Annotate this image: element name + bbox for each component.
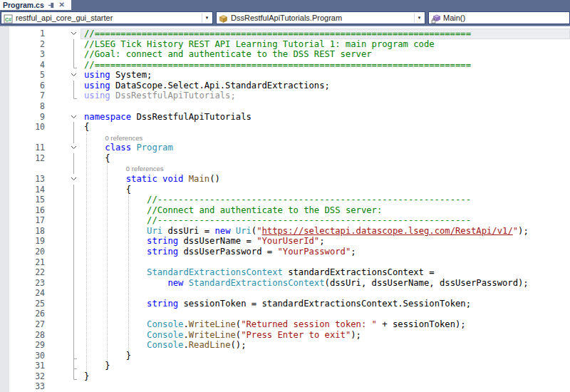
code-line[interactable]: 18 Uri dssUri = new Uri("https://selecta…: [0, 226, 570, 237]
code-line[interactable]: 14 {: [0, 185, 570, 195]
token-pl: ;: [351, 247, 356, 257]
codelens-references[interactable]: 0 references: [105, 133, 142, 143]
code-line[interactable]: 12 {: [0, 153, 570, 164]
token-st: ": [513, 226, 518, 236]
type-dropdown[interactable]: DssRestfulApiTutorials.Program ▼: [216, 11, 425, 24]
code-line[interactable]: 8: [0, 101, 570, 112]
code-line[interactable]: 4//=====================================…: [0, 60, 570, 71]
code-line[interactable]: 21: [0, 257, 570, 268]
token-kw: using: [84, 91, 110, 100]
code-line[interactable]: 10{: [0, 122, 570, 133]
line-number: 17: [9, 215, 45, 226]
fold-chevron-icon[interactable]: [70, 112, 78, 123]
code-line[interactable]: 20 string dssUserPassword = "YourPasswor…: [0, 247, 570, 257]
code-line[interactable]: 9namespace DssRestfulApiTutorials: [0, 112, 570, 123]
line-number: 13: [9, 174, 45, 185]
navigation-bar: C# restful_api_core_gui_starter ▼ DssRes…: [0, 10, 570, 26]
token-com: //Goal: connect and authenticate to the …: [84, 49, 372, 59]
indent-guide: [128, 195, 129, 351]
code-text: Console.WriteLine("Press Enter to exit")…: [84, 330, 361, 341]
code-line[interactable]: 28 Console.WriteLine("Press Enter to exi…: [0, 330, 570, 341]
token-ty: Console: [147, 319, 183, 329]
code-text: using DataScope.Select.Api.StandardExtra…: [84, 81, 330, 91]
token-pl: );: [518, 226, 529, 236]
token-pl: [84, 247, 147, 257]
line-number: 14: [9, 185, 45, 195]
line-number: 28: [9, 330, 45, 341]
code-line[interactable]: 29 Console.ReadLine();: [0, 340, 570, 351]
code-line[interactable]: 5using System;: [0, 70, 570, 81]
code-line[interactable]: 30 }: [0, 351, 570, 361]
line-number: 2: [9, 39, 45, 50]
close-icon[interactable]: ✕: [58, 1, 66, 9]
tab-program-cs[interactable]: Program.cs ✕: [0, 0, 71, 10]
token-pl: + sessionToken);: [377, 319, 466, 329]
code-line[interactable]: 31 }: [0, 361, 570, 371]
token-pl: [84, 143, 105, 153]
code-line[interactable]: 6using DataScope.Select.Api.StandardExtr…: [0, 81, 570, 91]
code-line[interactable]: 27 Console.WriteLine("Returned session t…: [0, 319, 570, 330]
token-pl: [183, 174, 188, 184]
token-pl: [84, 195, 147, 205]
code-line[interactable]: 33: [0, 381, 570, 392]
code-line[interactable]: 11 class Program: [0, 143, 570, 153]
code-text: StandardExtractionsContext standardExtra…: [84, 267, 435, 278]
line-number: 27: [9, 319, 45, 330]
fold-chevron-icon[interactable]: [70, 29, 78, 39]
code-line[interactable]: 19 string dssUserName = "YourUserId";: [0, 236, 570, 247]
type-dropdown-value: DssRestfulApiTutorials.Program: [228, 14, 342, 22]
dropdown-arrow-icon[interactable]: ▼: [202, 13, 212, 23]
token-com: //--------------------------------------…: [147, 195, 471, 205]
token-pl: [84, 205, 147, 215]
codelens-references[interactable]: 0 references: [126, 163, 164, 174]
code-line[interactable]: 25 string sessionToken = standardExtract…: [0, 299, 570, 309]
code-line[interactable]: 22 StandardExtractionsContext standardEx…: [0, 267, 570, 278]
code-line[interactable]: 13 static void Main(): [0, 174, 570, 185]
fold-chevron-icon[interactable]: [70, 70, 78, 81]
code-line[interactable]: 24: [0, 288, 570, 299]
code-line[interactable]: 16 //Connect and authenticate to the DSS…: [0, 205, 570, 216]
code-line[interactable]: 0 references: [0, 163, 570, 174]
token-st: "YourUserId": [256, 236, 319, 246]
token-kw: string: [147, 247, 178, 257]
fold-guide: [70, 247, 78, 257]
code-line[interactable]: 1//=====================================…: [0, 29, 570, 39]
code-text: //======================================…: [84, 29, 471, 39]
project-dropdown[interactable]: C# restful_api_core_gui_starter ▼: [1, 11, 213, 24]
fold-guide: [70, 195, 78, 205]
member-dropdown[interactable]: Main(): [428, 11, 570, 24]
class-icon: [219, 14, 228, 23]
code-text: {: [84, 153, 110, 164]
line-number: 20: [9, 247, 45, 257]
code-line[interactable]: 17 //-----------------------------------…: [0, 215, 570, 226]
pin-icon[interactable]: [48, 1, 55, 9]
code-line[interactable]: 0 references: [0, 133, 570, 143]
token-com: //--------------------------------------…: [147, 215, 471, 225]
code-text: }: [84, 361, 110, 371]
line-number: 10: [9, 122, 45, 133]
token-pl: (dssUri, dssUserName, dssUserPassword);: [325, 278, 529, 288]
fold-chevron-icon[interactable]: [70, 174, 78, 185]
code-line[interactable]: 32}: [0, 371, 570, 382]
code-text: Uri dssUri = new Uri("https://selectapi.…: [84, 226, 529, 237]
code-text: using System;: [84, 70, 152, 81]
code-line[interactable]: 3//Goal: connect and authenticate to the…: [0, 49, 570, 60]
token-me: WriteLine: [189, 330, 236, 340]
code-line[interactable]: 7using DssRestfulApiTutorials;: [0, 91, 570, 101]
token-kw: using: [84, 81, 110, 91]
code-line[interactable]: 2//LSEG Tick History REST API Learning T…: [0, 39, 570, 50]
code-line[interactable]: 23 new StandardExtractionsContext(dssUri…: [0, 278, 570, 289]
code-line[interactable]: 26: [0, 309, 570, 319]
token-com: //Connect and authenticate to the DSS se…: [147, 205, 382, 215]
token-ty: StandardExtractionsContext: [147, 267, 283, 277]
token-pl: [84, 299, 147, 309]
dropdown-arrow-icon[interactable]: ▼: [414, 13, 424, 23]
fold-chevron-icon[interactable]: [70, 143, 78, 153]
code-editor[interactable]: 1//=====================================…: [0, 26, 570, 392]
fold-guide: [70, 236, 78, 247]
token-st: "Press Enter to exit": [241, 330, 351, 340]
token-com: //LSEG Tick History REST API Learning Tu…: [84, 39, 435, 49]
code-line[interactable]: 15 //-----------------------------------…: [0, 195, 570, 205]
fold-guide: [70, 288, 78, 299]
fold-guide: [70, 371, 78, 382]
